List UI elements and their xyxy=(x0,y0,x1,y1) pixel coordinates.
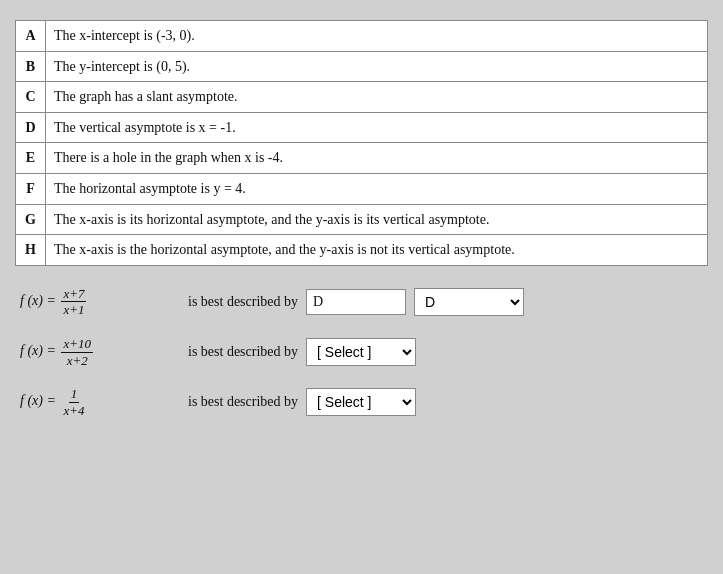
row-description: The vertical asymptote is x = -1. xyxy=(46,112,708,143)
question-row-1: f (x) = x+7 x+1 is best described by D [… xyxy=(20,286,703,318)
row-description: The y-intercept is (0, 5). xyxy=(46,51,708,82)
fraction-2: x+10 x+2 xyxy=(61,336,93,368)
match-table: A The x-intercept is (-3, 0). B The y-in… xyxy=(15,20,708,266)
answer-box-1: D xyxy=(306,289,406,315)
table-row: D The vertical asymptote is x = -1. xyxy=(16,112,708,143)
row-key: F xyxy=(16,173,46,204)
table-row: C The graph has a slant asymptote. xyxy=(16,82,708,113)
row-description: The graph has a slant asymptote. xyxy=(46,82,708,113)
numerator-2: x+10 xyxy=(61,336,93,353)
fraction-1: x+7 x+1 xyxy=(61,286,86,318)
table-row: B The y-intercept is (0, 5). xyxy=(16,51,708,82)
table-row: A The x-intercept is (-3, 0). xyxy=(16,21,708,52)
answer-select-2[interactable]: [ Select ]ABCDEFGH xyxy=(306,338,416,366)
table-row: E There is a hole in the graph when x is… xyxy=(16,143,708,174)
denominator-2: x+2 xyxy=(65,353,90,369)
answer-select-1[interactable]: [ Select ]ABCDEFGH xyxy=(414,288,524,316)
formula-label-1: f (x) = x+7 x+1 xyxy=(20,286,180,318)
table-row: H The x-axis is the horizontal asymptote… xyxy=(16,235,708,266)
row-description: The horizontal asymptote is y = 4. xyxy=(46,173,708,204)
table-row: G The x-axis is its horizontal asymptote… xyxy=(16,204,708,235)
question-row-2: f (x) = x+10 x+2 is best described by [ … xyxy=(20,336,703,368)
row-description: There is a hole in the graph when x is -… xyxy=(46,143,708,174)
row-key: B xyxy=(16,51,46,82)
numerator-3: 1 xyxy=(69,386,80,403)
denominator-3: x+4 xyxy=(61,403,86,419)
description-label-2: is best described by xyxy=(188,344,298,360)
formula-label-2: f (x) = x+10 x+2 xyxy=(20,336,180,368)
answer-select-3[interactable]: [ Select ]ABCDEFGH xyxy=(306,388,416,416)
question-row-3: f (x) = 1 x+4 is best described by [ Sel… xyxy=(20,386,703,418)
row-key: H xyxy=(16,235,46,266)
denominator-1: x+1 xyxy=(61,302,86,318)
row-description: The x-axis is its horizontal asymptote, … xyxy=(46,204,708,235)
description-label-1: is best described by xyxy=(188,294,298,310)
row-key: E xyxy=(16,143,46,174)
questions-container: f (x) = x+7 x+1 is best described by D [… xyxy=(15,286,708,419)
row-description: The x-axis is the horizontal asymptote, … xyxy=(46,235,708,266)
row-key: G xyxy=(16,204,46,235)
table-row: F The horizontal asymptote is y = 4. xyxy=(16,173,708,204)
row-key: A xyxy=(16,21,46,52)
fraction-3: 1 x+4 xyxy=(61,386,86,418)
row-description: The x-intercept is (-3, 0). xyxy=(46,21,708,52)
numerator-1: x+7 xyxy=(61,286,86,303)
row-key: D xyxy=(16,112,46,143)
formula-label-3: f (x) = 1 x+4 xyxy=(20,386,180,418)
row-key: C xyxy=(16,82,46,113)
description-label-3: is best described by xyxy=(188,394,298,410)
